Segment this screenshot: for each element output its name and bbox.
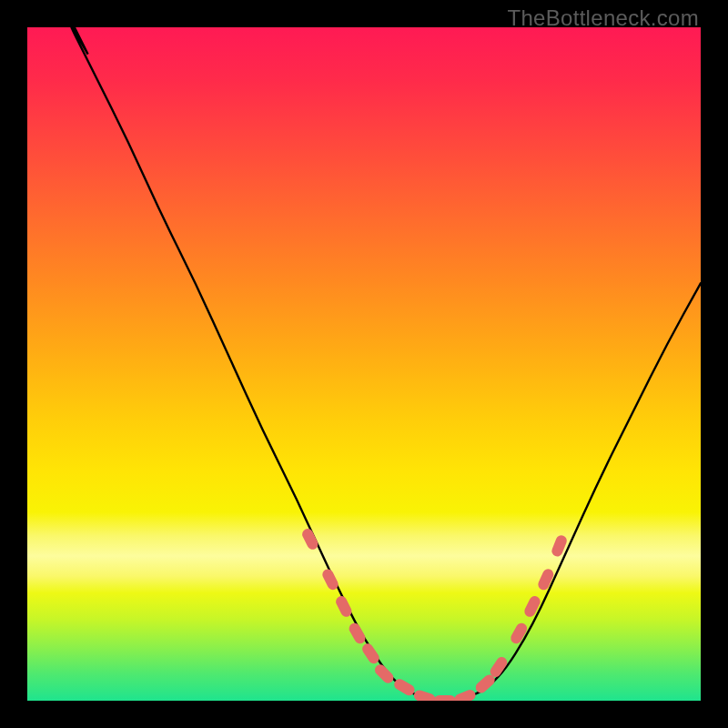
highlight-marker	[509, 622, 529, 646]
highlight-marker	[412, 689, 437, 701]
chart-frame: TheBottleneck.com	[0, 0, 728, 728]
highlight-marker	[453, 688, 478, 701]
bottleneck-curve	[27, 27, 701, 701]
highlight-marker	[536, 567, 555, 592]
plot-area	[27, 27, 701, 701]
highlight-marker	[347, 622, 367, 646]
highlight-markers	[300, 527, 569, 701]
highlight-marker	[372, 662, 395, 685]
bottleneck-curve-svg	[27, 27, 701, 701]
highlight-marker	[360, 642, 381, 666]
highlight-marker	[300, 527, 319, 551]
highlight-marker	[522, 594, 541, 619]
highlight-marker	[434, 695, 456, 701]
